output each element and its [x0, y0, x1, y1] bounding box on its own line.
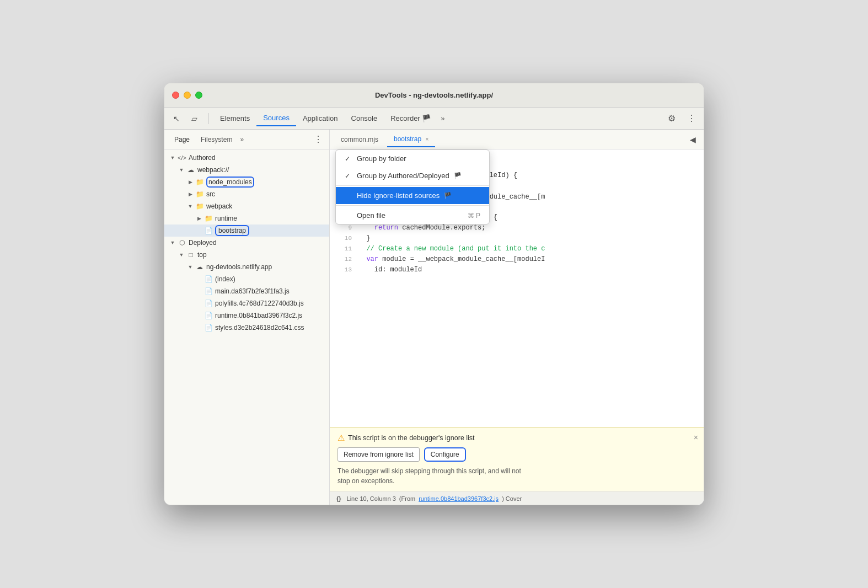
sidebar-dots-icon[interactable]: ⋮: [312, 132, 325, 147]
tab-bootstrap[interactable]: bootstrap ×: [387, 132, 435, 147]
ignore-banner-text: This script is on the debugger's ignore …: [348, 434, 475, 442]
tab-common-mjs[interactable]: common.mjs: [334, 132, 385, 147]
folder-icon: 📁: [195, 202, 204, 211]
tree-label: (index): [215, 275, 235, 283]
tab-console[interactable]: Console: [345, 111, 384, 126]
file-icon: 📄: [204, 299, 213, 308]
tab-application[interactable]: Application: [296, 111, 345, 126]
shortcut-label: ⌘ P: [468, 212, 480, 220]
tree-label: polyfills.4c768d7122740d3b.js: [215, 300, 304, 307]
tree-arrow: ▶: [195, 215, 203, 222]
close-banner-icon[interactable]: ×: [694, 433, 698, 442]
settings-icon[interactable]: ⚙: [664, 111, 679, 126]
tree-label: main.da63f7b2fe3f1fa3.js: [215, 287, 290, 295]
menu-hide-ignore-listed[interactable]: Hide ignore-listed sources 🏴: [336, 187, 489, 204]
code-panel-back-icon[interactable]: ◀: [687, 133, 699, 146]
warning-icon: ⚠: [337, 433, 345, 443]
tree-label: webpack://: [197, 166, 229, 174]
tree-label: src: [206, 190, 215, 198]
tree-arrow: ▼: [186, 202, 194, 210]
tree-label: styles.d3e2b24618d2c641.css: [215, 324, 304, 332]
tree-arrow: [195, 287, 203, 295]
empty-check: [345, 212, 352, 220]
remove-from-ignore-list-button[interactable]: Remove from ignore list: [337, 447, 420, 462]
minimize-button[interactable]: [184, 92, 191, 99]
title-bar: DevTools - ng-devtools.netlify.app/: [164, 83, 704, 108]
tree-arrow: ▼: [178, 166, 185, 174]
menu-open-file[interactable]: Open file ⌘ P: [336, 207, 489, 224]
sidebar: Page Filesystem » ⋮ ▼ </> Authored ▼ ☁ w…: [164, 130, 330, 505]
sidebar-tab-page[interactable]: Page: [169, 132, 195, 147]
tree-arrow: [195, 312, 203, 319]
tree-label: Authored: [189, 154, 216, 162]
tree-node-modules[interactable]: ▶ 📁 node_modules: [164, 176, 329, 188]
folder-icon: 📁: [204, 214, 213, 223]
tree-top[interactable]: ▼ □ top: [164, 249, 329, 261]
sidebar-tab-filesystem[interactable]: Filesystem: [195, 132, 238, 147]
source-file-link[interactable]: runtime.0b841bad3967f3c2.js: [419, 495, 499, 502]
tree-arrow: ▼: [178, 251, 185, 259]
format-icon[interactable]: {}: [336, 495, 341, 502]
cloud-icon: ☁: [195, 263, 204, 271]
file-icon: 📄: [204, 275, 213, 284]
tree-arrow: [195, 300, 203, 307]
menu-item-label: Hide ignore-listed sources: [357, 191, 440, 200]
tree-arrow: ▼: [169, 154, 176, 162]
file-icon: 📄: [204, 226, 213, 235]
code-line: 11 // Create a new module (and put it in…: [330, 244, 704, 254]
code-tabs: common.mjs bootstrap × ◀: [330, 130, 704, 149]
flag-icon: 🏴: [444, 192, 452, 199]
close-button[interactable]: [172, 92, 179, 99]
tree-netlify-domain[interactable]: ▼ ☁ ng-devtools.netlify.app: [164, 261, 329, 273]
tree-label: top: [197, 251, 207, 259]
ignore-banner-description: The debugger will skip stepping through …: [337, 466, 696, 486]
cursor-icon[interactable]: ↖: [169, 111, 184, 126]
tabs-more-icon[interactable]: »: [437, 112, 448, 125]
menu-group-by-folder[interactable]: ✓ Group by folder: [336, 150, 489, 167]
file-tree: ▼ </> Authored ▼ ☁ webpack:// ▶ 📁 node_m…: [164, 149, 329, 505]
tree-label: Deployed: [189, 239, 217, 247]
status-bar: {} Line 10, Column 3 (From runtime.0b841…: [330, 491, 704, 505]
devtools-window: DevTools - ng-devtools.netlify.app/ ↖ ▱ …: [164, 83, 704, 505]
more-options-icon[interactable]: ⋮: [684, 111, 699, 126]
file-icon: 📄: [204, 323, 213, 332]
tree-bootstrap-file[interactable]: 📄 bootstrap: [164, 224, 329, 237]
tree-arrow: ▼: [169, 239, 176, 247]
file-icon: 📄: [204, 287, 213, 296]
coverage-label: ) Cover: [502, 495, 522, 502]
folder-icon: 📁: [195, 178, 204, 186]
maximize-button[interactable]: [195, 92, 202, 99]
tree-arrow: ▶: [186, 178, 194, 186]
menu-divider: [336, 205, 489, 206]
configure-button[interactable]: Configure: [424, 447, 466, 462]
tree-arrow: ▼: [186, 263, 194, 271]
menu-item-label: Group by folder: [357, 154, 406, 163]
tab-close-icon[interactable]: ×: [425, 136, 428, 142]
checkmark-icon: ✓: [345, 155, 352, 163]
tree-runtime-folder[interactable]: ▶ 📁 runtime: [164, 212, 329, 224]
tree-deployed[interactable]: ▼ ⬡ Deployed: [164, 237, 329, 249]
tree-runtime-js[interactable]: 📄 runtime.0b841bad3967f3c2.js: [164, 309, 329, 322]
tree-main-js[interactable]: 📄 main.da63f7b2fe3f1fa3.js: [164, 285, 329, 297]
tree-styles-css[interactable]: 📄 styles.d3e2b24618d2c641.css: [164, 322, 329, 334]
tree-index[interactable]: 📄 (index): [164, 273, 329, 285]
context-menu: ✓ Group by folder ✓ Group by Authored/De…: [335, 149, 490, 224]
tree-webpack[interactable]: ▼ ☁ webpack://: [164, 164, 329, 176]
code-tag-icon: </>: [178, 153, 186, 162]
code-panel: common.mjs bootstrap × ◀ // __webpack_mo…: [330, 130, 704, 505]
cloud-icon: ☁: [186, 165, 195, 174]
menu-item-label: Open file: [357, 211, 385, 220]
tab-sources[interactable]: Sources: [256, 110, 296, 126]
tree-src[interactable]: ▶ 📁 src: [164, 188, 329, 200]
menu-group-by-authored[interactable]: ✓ Group by Authored/Deployed 🏴: [336, 167, 489, 184]
tab-elements[interactable]: Elements: [213, 111, 256, 126]
tree-authored[interactable]: ▼ </> Authored: [164, 152, 329, 164]
tree-label-circled-bootstrap: bootstrap: [215, 225, 249, 236]
tree-webpack-folder[interactable]: ▼ 📁 webpack: [164, 200, 329, 212]
sidebar-tabs-more[interactable]: »: [238, 133, 246, 146]
tree-polyfills-js[interactable]: 📄 polyfills.4c768d7122740d3b.js: [164, 297, 329, 309]
device-icon[interactable]: ▱: [186, 111, 202, 126]
main-area: Page Filesystem » ⋮ ▼ </> Authored ▼ ☁ w…: [164, 130, 704, 505]
tree-label-circled: node_modules: [206, 177, 254, 188]
tab-recorder[interactable]: Recorder 🏴: [384, 111, 437, 126]
